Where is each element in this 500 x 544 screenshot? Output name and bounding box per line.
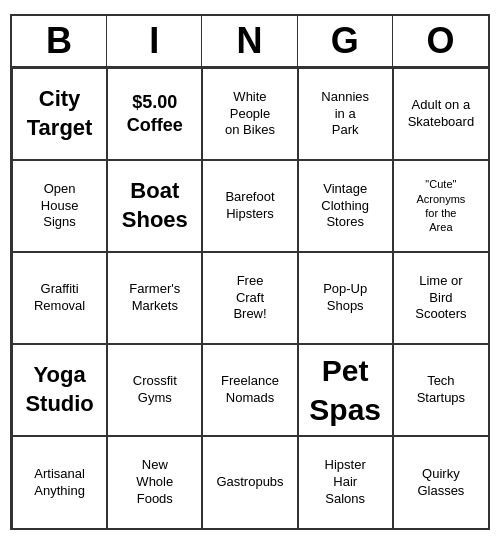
cell-text: Gastropubs (216, 474, 283, 491)
bingo-cell: Adult on a Skateboard (393, 68, 488, 160)
cell-text: New Whole Foods (136, 457, 173, 508)
bingo-cell: Open House Signs (12, 160, 107, 252)
bingo-cell: Vintage Clothing Stores (298, 160, 393, 252)
cell-text: Nannies in a Park (321, 89, 369, 140)
bingo-cell: Gastropubs (202, 436, 297, 528)
bingo-cell: $5.00 Coffee (107, 68, 202, 160)
cell-text: Pop-Up Shops (323, 281, 367, 315)
cell-text: Free Craft Brew! (233, 273, 266, 324)
bingo-header: BINGO (12, 16, 488, 68)
cell-text: Farmer's Markets (129, 281, 180, 315)
cell-text: White People on Bikes (225, 89, 275, 140)
header-letter: O (393, 16, 488, 66)
header-letter: I (107, 16, 202, 66)
bingo-cell: Free Craft Brew! (202, 252, 297, 344)
cell-text: $5.00 Coffee (127, 91, 183, 138)
cell-text: Hipster Hair Salons (325, 457, 366, 508)
cell-text: Yoga Studio (25, 361, 93, 418)
bingo-cell: Farmer's Markets (107, 252, 202, 344)
bingo-cell: Hipster Hair Salons (298, 436, 393, 528)
bingo-cell: "Cute" Acronyms for the Area (393, 160, 488, 252)
cell-text: City Target (27, 85, 93, 142)
bingo-grid: City Target$5.00 CoffeeWhite People on B… (12, 68, 488, 528)
bingo-cell: Quirky Glasses (393, 436, 488, 528)
cell-text: Tech Startups (417, 373, 465, 407)
cell-text: Boat Shoes (122, 177, 188, 234)
bingo-cell: Barefoot Hipsters (202, 160, 297, 252)
cell-text: "Cute" Acronyms for the Area (416, 177, 465, 234)
bingo-cell: New Whole Foods (107, 436, 202, 528)
header-letter: G (298, 16, 393, 66)
cell-text: Vintage Clothing Stores (321, 181, 369, 232)
cell-text: Quirky Glasses (417, 466, 464, 500)
cell-text: Artisanal Anything (34, 466, 85, 500)
cell-text: Pet Spas (309, 351, 381, 429)
bingo-cell: Nannies in a Park (298, 68, 393, 160)
cell-text: Adult on a Skateboard (408, 97, 475, 131)
bingo-card: BINGO City Target$5.00 CoffeeWhite Peopl… (10, 14, 490, 530)
bingo-cell: Crossfit Gyms (107, 344, 202, 436)
cell-text: Lime or Bird Scooters (415, 273, 466, 324)
bingo-cell: Lime or Bird Scooters (393, 252, 488, 344)
bingo-cell: Yoga Studio (12, 344, 107, 436)
bingo-cell: Boat Shoes (107, 160, 202, 252)
bingo-cell: Pop-Up Shops (298, 252, 393, 344)
bingo-cell: White People on Bikes (202, 68, 297, 160)
bingo-cell: Artisanal Anything (12, 436, 107, 528)
header-letter: B (12, 16, 107, 66)
cell-text: Graffiti Removal (34, 281, 85, 315)
header-letter: N (202, 16, 297, 66)
cell-text: Open House Signs (41, 181, 79, 232)
bingo-cell: Freelance Nomads (202, 344, 297, 436)
cell-text: Crossfit Gyms (133, 373, 177, 407)
bingo-cell: Tech Startups (393, 344, 488, 436)
bingo-cell: Graffiti Removal (12, 252, 107, 344)
cell-text: Barefoot Hipsters (225, 189, 274, 223)
cell-text: Freelance Nomads (221, 373, 279, 407)
bingo-cell: Pet Spas (298, 344, 393, 436)
bingo-cell: City Target (12, 68, 107, 160)
